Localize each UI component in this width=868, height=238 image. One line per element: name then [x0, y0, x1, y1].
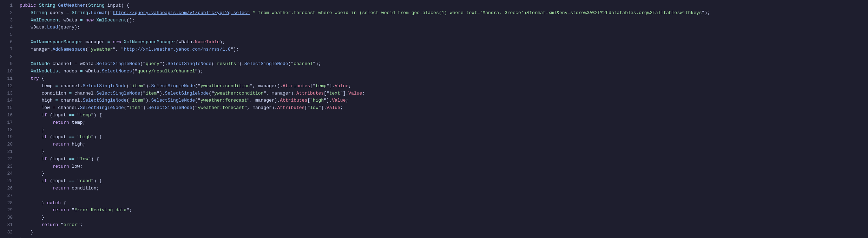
line-content: }	[20, 229, 862, 236]
token-attr: Attributes	[277, 105, 304, 110]
token-str: text	[329, 91, 340, 96]
code-line: 27	[0, 192, 868, 200]
token-str: item	[132, 83, 143, 89]
token-punc: ("	[209, 91, 214, 96]
line-number: 28	[6, 200, 20, 207]
token-var: ";	[126, 207, 132, 213]
token-attr: Value	[348, 91, 362, 96]
code-line: 1public String GetWeather(String input) …	[0, 2, 868, 9]
token-kw: catch	[47, 200, 61, 206]
token-var: wData.	[20, 25, 47, 30]
line-number: 7	[6, 46, 20, 53]
line-content: return low;	[20, 163, 862, 171]
code-line: 7 manager.AddNamespace("yweather", "http…	[0, 46, 868, 53]
token-punc: "].	[324, 98, 332, 103]
token-str: query	[146, 61, 159, 66]
token-punc: (query);	[58, 25, 80, 30]
token-fn: SelectSingleNode	[80, 105, 124, 110]
token-var	[20, 142, 53, 147]
token-type: XmlNodeList	[31, 69, 61, 74]
token-str: results	[217, 61, 236, 66]
token-type: String	[72, 10, 88, 15]
token-fn: SelectSingleNode	[149, 105, 192, 110]
code-line: 16 if (input == "temp") {	[0, 112, 868, 119]
line-content: return "error";	[20, 221, 862, 229]
line-number: 30	[6, 214, 20, 221]
code-line: 8	[0, 53, 868, 61]
token-var: "	[58, 222, 64, 227]
line-number: 10	[6, 68, 20, 75]
token-type: XmlDocument	[31, 18, 61, 23]
line-number: 6	[6, 39, 20, 46]
code-line: 3 XmlDocument wData = new XmlDocument();	[0, 17, 868, 24]
token-fn: SelectSingleNode	[83, 98, 126, 103]
code-line: 6 XmlNamespaceManager manager = new XmlN…	[0, 39, 868, 46]
token-var	[20, 61, 31, 66]
token-punc: .	[88, 10, 91, 15]
token-kw: if	[41, 112, 47, 118]
token-fn: AddNamespace	[53, 47, 86, 52]
token-punc: ("	[126, 98, 132, 103]
line-content: }	[20, 236, 862, 238]
token-var: low	[20, 105, 53, 110]
token-attr: Value	[332, 98, 346, 103]
token-var: }	[20, 171, 44, 176]
token-var: wData.	[77, 61, 97, 66]
line-content	[20, 192, 862, 200]
token-type: XmlNamespaceManager	[31, 39, 83, 45]
token-var: wData.	[83, 69, 102, 74]
token-url: http://xml.weather.yahoo.com/ns/rss/1.0	[124, 47, 231, 52]
token-punc: ");	[195, 69, 203, 74]
token-attr: Value	[335, 83, 348, 89]
line-content: XmlNode channel = wData.SelectSingleNode…	[20, 60, 862, 68]
line-number: 8	[6, 53, 20, 61]
token-punc: ["	[304, 105, 310, 110]
token-var	[20, 164, 53, 169]
token-punc: ");	[231, 47, 239, 52]
line-content: return "Error Reciving data";	[20, 207, 862, 214]
line-content: }	[20, 170, 862, 178]
code-line: 20 return high;	[0, 141, 868, 148]
token-var: wData	[61, 18, 80, 23]
token-fn: SelectSingleNode	[167, 61, 211, 66]
line-content: return temp;	[20, 119, 862, 127]
token-punc: ("	[288, 61, 294, 66]
token-punc: ("	[195, 98, 200, 103]
token-var	[94, 18, 97, 23]
token-punc: ("	[85, 47, 91, 52]
token-fn: GetWeather	[58, 3, 85, 8]
token-var: ") {	[91, 178, 102, 184]
token-var: ") {	[88, 156, 99, 162]
line-content: if (input == "high") {	[20, 134, 862, 141]
token-fn: SelectSingleNode	[244, 61, 288, 66]
code-line: 30 }	[0, 214, 868, 221]
token-fn: SelectSingleNode	[83, 83, 126, 89]
token-var	[20, 76, 31, 81]
code-line: 29 return "Error Reciving data";	[0, 207, 868, 214]
token-punc: ");	[702, 10, 710, 15]
token-var	[121, 39, 124, 45]
token-kw: return	[53, 142, 69, 147]
token-kw: return	[53, 164, 69, 169]
token-var: "	[74, 134, 80, 140]
code-line: 17 return temp;	[0, 119, 868, 127]
token-punc: ;	[346, 98, 348, 103]
token-punc: (input	[47, 178, 69, 184]
token-str: high	[80, 134, 91, 140]
token-fn: SelectSingleNode	[165, 91, 209, 96]
token-punc: ", manager).	[263, 91, 296, 96]
token-fn: Load	[47, 25, 58, 30]
token-str: temp	[80, 112, 91, 118]
code-line: 18 }	[0, 127, 868, 134]
token-str: low	[80, 156, 88, 162]
line-content: if (input == "cond") {	[20, 178, 862, 185]
token-punc: ", manager).	[247, 98, 280, 103]
token-op: ==	[69, 112, 74, 118]
code-line: 5	[0, 31, 868, 39]
line-number: 33	[6, 236, 20, 238]
token-punc: ("	[107, 10, 113, 15]
token-type: String	[39, 3, 55, 8]
token-var: "	[74, 156, 80, 162]
line-content: wData.Load(query);	[20, 24, 862, 31]
token-var: high;	[69, 142, 85, 147]
